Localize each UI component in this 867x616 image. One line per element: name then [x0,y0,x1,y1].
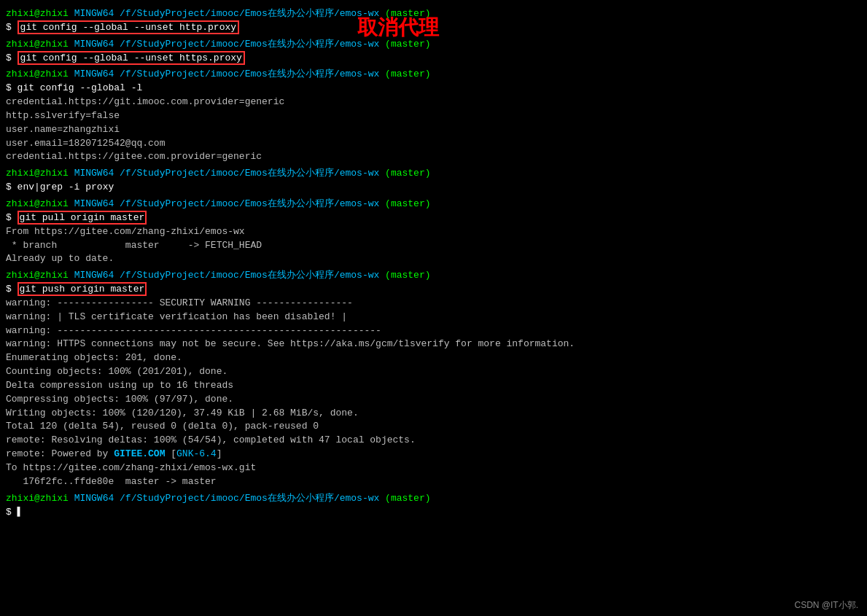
prompt-7: zhixi@zhixi MINGW64 /f/StudyProject/imoo… [6,492,861,506]
output-6-9: To https://gitee.com/zhang-zhixi/emos-wx… [6,461,861,475]
prompt-5: zhixi@zhixi MINGW64 /f/StudyProject/imoo… [6,198,861,211]
block-7: zhixi@zhixi MINGW64 /f/StudyProject/imoo… [6,492,861,520]
prompt-6: zhixi@zhixi MINGW64 /f/StudyProject/imoo… [6,269,861,283]
gitee-label: GITEE.COM [114,448,165,459]
warning-4: warning: HTTPS connections may not be se… [6,338,861,351]
prompt-4: zhixi@zhixi MINGW64 /f/StudyProject/imoo… [6,167,861,181]
output-3-4: user.email=1820712542@qq.com [6,137,861,151]
prompt-3: zhixi@zhixi MINGW64 /f/StudyProject/imoo… [6,68,861,82]
warning-2: warning: | TLS certificate verification … [6,311,861,324]
footer-credit: CSDN @IT小郭. [794,599,858,612]
warning-3: warning: -------------------------------… [6,324,861,338]
output-3-5: credential.https://gitee.com.provider=ge… [6,150,861,164]
output-5-1: From https://gitee.com/zhang-zhixi/emos-… [6,225,861,239]
output-6-4: Compressing objects: 100% (97/97), done. [6,393,861,407]
output-5-2: * branch master -> FETCH_HEAD [6,239,861,253]
cmd-6: $ git push origin master [6,283,861,297]
terminal: 取消代理 zhixi@zhixi MINGW64 /f/StudyProject… [0,0,867,525]
output-3-1: credential.https://git.imooc.com.provide… [6,95,861,109]
block-3: zhixi@zhixi MINGW64 /f/StudyProject/imoo… [6,68,861,164]
output-5-3: Already up to date. [6,252,861,266]
output-6-5: Writing objects: 100% (120/120), 37.49 K… [6,407,861,421]
output-3-3: user.name=zhangzhixi [6,123,861,137]
cmd-4: $ env|grep -i proxy [6,181,861,195]
output-6-7: remote: Resolving deltas: 100% (54/54), … [6,434,861,448]
output-6-6: Total 120 (delta 54), reused 0 (delta 0)… [6,420,861,434]
cmd-5: $ git pull origin master [6,211,861,225]
output-3-2: http.sslverify=false [6,109,861,123]
block-6: zhixi@zhixi MINGW64 /f/StudyProject/imoo… [6,269,861,489]
gnk-label: GNK-6.4 [176,448,217,459]
output-6-1: Enumerating objects: 201, done. [6,351,861,365]
annotation-label: 取消代理 [357,13,439,43]
output-6-10: 176f2fc..ffde80e master -> master [6,475,861,489]
output-6-3: Delta compression using up to 16 threads [6,379,861,393]
warning-1: warning: ----------------- SECURITY WARN… [6,297,861,311]
cmd-7: $ ▌ [6,506,861,520]
block-5: zhixi@zhixi MINGW64 /f/StudyProject/imoo… [6,198,861,266]
cmd-2: $ git config --global --unset https.prox… [6,52,861,66]
output-6-8: remote: Powered by GITEE.COM [GNK-6.4] [6,448,861,461]
output-6-2: Counting objects: 100% (201/201), done. [6,365,861,379]
block-4: zhixi@zhixi MINGW64 /f/StudyProject/imoo… [6,167,861,195]
cmd-3: $ git config --global -l [6,82,861,95]
